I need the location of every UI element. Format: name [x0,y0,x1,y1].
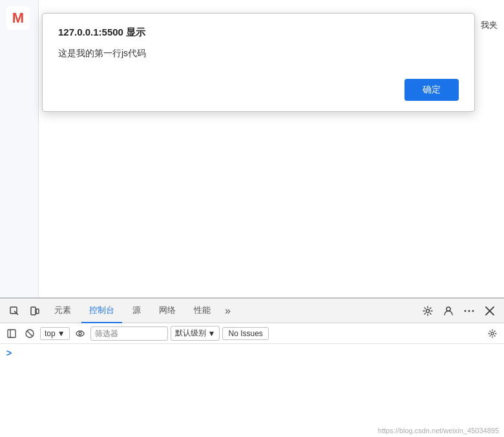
console-content: > [0,344,504,437]
svg-point-17 [491,332,494,335]
devtools-close-button[interactable] [481,302,499,320]
top-right-text: 我夹 [481,19,498,31]
svg-point-6 [465,310,467,312]
log-level-label: 默认级别 [175,328,206,339]
svg-rect-2 [31,307,36,315]
svg-point-16 [79,332,81,335]
alert-footer: 确定 [58,79,459,101]
live-expressions-button[interactable] [72,326,88,341]
console-settings-button[interactable] [485,326,500,341]
browser-sidebar: M [0,0,39,297]
console-chevron-icon: > [6,348,12,358]
log-level-selector[interactable]: 默认级别 ▼ [171,326,220,341]
svg-rect-11 [8,330,16,337]
tab-elements[interactable]: 元素 [47,299,79,323]
devtools-panel: 元素 控制台 源 网络 性能 » [0,297,504,437]
context-selector-arrow: ▼ [58,329,65,338]
more-tabs-button[interactable]: » [221,303,235,319]
alert-message: 这是我的第一行js代码 [58,48,459,59]
devtools-customize-button[interactable] [439,302,457,320]
devtools-more-options-button[interactable] [460,302,478,320]
gmail-icon: M [6,6,30,30]
context-selector-label: top [45,329,56,338]
issues-badge: No Issues [222,327,268,340]
inspect-icon-button[interactable] [5,302,23,320]
console-clear-button[interactable] [22,326,37,341]
watermark: https://blog.csdn.net/weixin_45034895 [378,427,499,434]
device-toolbar-icon-button[interactable] [26,302,44,320]
tab-sources[interactable]: 源 [125,299,149,323]
tab-console[interactable]: 控制台 [81,299,122,323]
devtools-tab-bar: 元素 控制台 源 网络 性能 » [0,299,504,323]
svg-line-14 [27,331,32,336]
alert-ok-button[interactable]: 确定 [404,79,459,101]
svg-point-15 [76,331,84,336]
log-level-arrow: ▼ [208,329,216,338]
console-filter-input[interactable] [90,326,168,341]
svg-point-8 [472,310,474,312]
svg-point-7 [468,310,470,312]
svg-rect-3 [36,309,39,314]
alert-dialog: 127.0.0.1:5500 显示 这是我的第一行js代码 确定 [42,13,475,112]
devtools-settings-button[interactable] [419,302,437,320]
tab-performance[interactable]: 性能 [186,299,218,323]
svg-point-5 [446,307,450,311]
context-selector[interactable]: top ▼ [40,327,70,340]
console-sidebar-toggle-button[interactable] [4,326,19,341]
console-prompt-line: > [6,348,498,358]
console-toolbar: top ▼ 默认级别 ▼ No Issues [0,323,504,344]
svg-line-1 [14,311,18,315]
svg-point-4 [426,309,430,312]
alert-title: 127.0.0.1:5500 显示 [58,27,459,39]
tab-network[interactable]: 网络 [151,299,184,323]
